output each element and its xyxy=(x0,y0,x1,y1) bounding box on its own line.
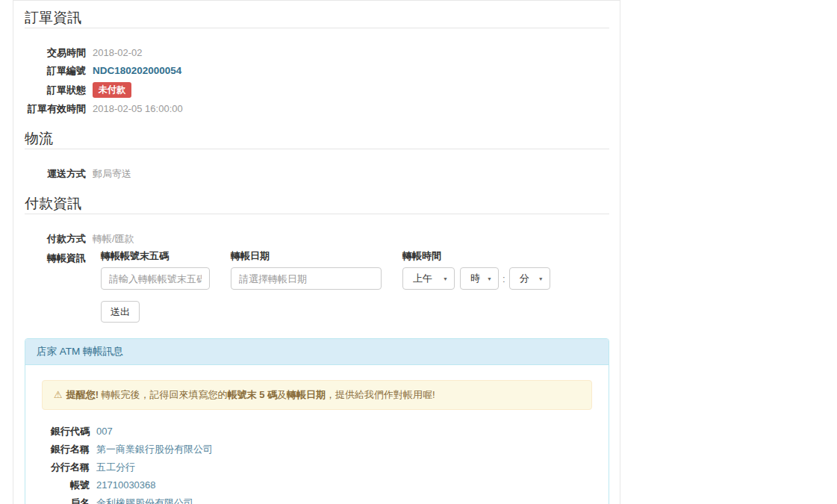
order-info-title: 訂單資訊 xyxy=(25,10,609,28)
hour-select[interactable]: 時 ▼ xyxy=(460,267,499,290)
row-label: 戶名 xyxy=(42,497,90,504)
alert-bold-digits: 帳號末 5 碼 xyxy=(228,389,277,400)
account-holder-row: 戶名 金利橡膠股份有限公司 xyxy=(42,497,592,504)
row-label: 銀行名稱 xyxy=(42,443,90,456)
logistics-title: 物流 xyxy=(25,131,609,149)
order-info-section: 訂單資訊 交易時間 2018-02-02 訂單編號 NDC18020200005… xyxy=(25,10,609,116)
transfer-account-group: 轉帳帳號末五碼 xyxy=(101,251,210,290)
row-value: 2018-02-02 xyxy=(93,46,143,60)
atm-panel-body: ⚠提醒您! 轉帳完後，記得回來填寫您的帳號末 5 碼及轉帳日期，提供給我們作對帳… xyxy=(25,365,609,504)
row-label: 銀行代碼 xyxy=(42,425,90,438)
branch-name-value: 五工分行 xyxy=(96,461,135,474)
branch-name-row: 分行名稱 五工分行 xyxy=(42,461,592,474)
row-value: 2018-02-05 16:00:00 xyxy=(93,102,183,116)
alert-bold-date: 轉帳日期 xyxy=(287,389,326,400)
account-holder-value: 金利橡膠股份有限公司 xyxy=(96,497,193,504)
order-page-container: 訂單資訊 交易時間 2018-02-02 訂單編號 NDC18020200005… xyxy=(13,0,620,504)
row-label: 付款方式 xyxy=(25,232,86,246)
transfer-account-label: 轉帳帳號末五碼 xyxy=(101,251,210,261)
payment-section: 付款資訊 付款方式 轉帳/匯款 轉帳資訊 轉帳帳號末五碼 轉帳日期 轉帳時間 xyxy=(25,196,609,323)
atm-panel: 店家 ATM 轉帳訊息 ⚠提醒您! 轉帳完後，記得回來填寫您的帳號末 5 碼及轉… xyxy=(25,338,609,504)
shipping-method-row: 運送方式 郵局寄送 xyxy=(25,167,609,181)
row-label: 交易時間 xyxy=(25,46,86,60)
chevron-down-icon: ▼ xyxy=(538,276,544,281)
ampm-select[interactable]: 上午 ▼ xyxy=(402,267,455,290)
row-value: 郵局寄送 xyxy=(93,167,131,181)
transfer-info-label: 轉帳資訊 xyxy=(25,251,86,290)
bank-name-value: 第一商業銀行股份有限公司 xyxy=(96,443,213,456)
time-separator: : xyxy=(502,273,505,284)
row-label: 訂單有效時間 xyxy=(25,102,86,116)
warning-icon: ⚠ xyxy=(54,389,63,400)
hour-selected-value: 時 xyxy=(470,272,480,285)
order-valid-time-row: 訂單有效時間 2018-02-05 16:00:00 xyxy=(25,102,609,116)
transfer-account-input[interactable] xyxy=(101,267,210,290)
bank-code-row: 銀行代碼 007 xyxy=(42,425,592,438)
alert-text: 轉帳完後，記得回來填寫您的 xyxy=(99,389,228,400)
alert-text: 及 xyxy=(277,389,287,400)
transfer-time-group: 轉帳時間 上午 ▼ 時 ▼ : 分 ▼ xyxy=(402,251,550,290)
transfer-time-label: 轉帳時間 xyxy=(402,251,550,261)
chevron-down-icon: ▼ xyxy=(443,276,448,281)
order-number-value: NDC180202000054 xyxy=(93,64,181,78)
row-label: 分行名稱 xyxy=(42,461,90,474)
atm-panel-title: 店家 ATM 轉帳訊息 xyxy=(25,339,609,365)
transfer-date-input[interactable] xyxy=(231,267,382,290)
transfer-date-group: 轉帳日期 xyxy=(231,251,382,290)
payment-title: 付款資訊 xyxy=(25,196,609,214)
row-label: 訂單編號 xyxy=(25,64,86,78)
order-number-row: 訂單編號 NDC180202000054 xyxy=(25,64,609,78)
chevron-down-icon: ▼ xyxy=(487,276,492,281)
bank-code-value: 007 xyxy=(96,425,113,438)
minute-selected-value: 分 xyxy=(520,272,529,285)
row-label: 訂單狀態 xyxy=(25,84,86,97)
row-label: 運送方式 xyxy=(25,167,86,181)
submit-button[interactable]: 送出 xyxy=(101,301,140,323)
transfer-info-form: 轉帳資訊 轉帳帳號末五碼 轉帳日期 轉帳時間 上午 ▼ xyxy=(25,251,609,290)
transaction-time-row: 交易時間 2018-02-02 xyxy=(25,46,609,60)
row-value: 轉帳/匯款 xyxy=(93,232,134,246)
transfer-date-label: 轉帳日期 xyxy=(231,251,382,261)
alert-text: ，提供給我們作對帳用喔! xyxy=(326,389,435,400)
logistics-section: 物流 運送方式 郵局寄送 xyxy=(25,131,609,181)
alert-intro: 提醒您! xyxy=(66,389,99,400)
payment-method-row: 付款方式 轉帳/匯款 xyxy=(25,232,609,246)
account-number-value: 21710030368 xyxy=(96,479,156,492)
order-status-row: 訂單狀態 未付款 xyxy=(25,82,609,98)
row-label: 帳號 xyxy=(42,479,90,492)
status-badge: 未付款 xyxy=(93,82,131,98)
account-number-row: 帳號 21710030368 xyxy=(42,479,592,492)
bank-name-row: 銀行名稱 第一商業銀行股份有限公司 xyxy=(42,443,592,456)
reminder-alert: ⚠提醒您! 轉帳完後，記得回來填寫您的帳號末 5 碼及轉帳日期，提供給我們作對帳… xyxy=(42,380,592,410)
minute-select[interactable]: 分 ▼ xyxy=(509,267,550,290)
ampm-selected-value: 上午 xyxy=(413,272,432,285)
